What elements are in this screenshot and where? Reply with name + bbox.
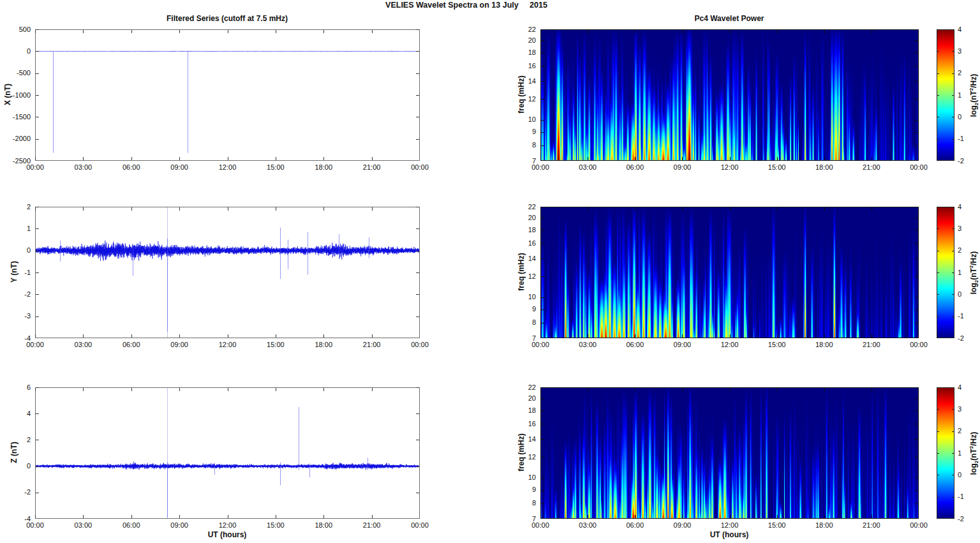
freq-tick-label: 20 bbox=[528, 36, 536, 45]
freq-tick-label: 18 bbox=[528, 226, 536, 234]
colorbar-canvas bbox=[937, 207, 954, 338]
x-tick-label: 06:00 bbox=[626, 163, 644, 172]
freq-tick-label: 12 bbox=[528, 95, 536, 103]
y-tick-label: -1500 bbox=[13, 113, 31, 121]
freq-tick-label: 7 bbox=[532, 334, 536, 343]
colorbar-tick-label: 2 bbox=[958, 246, 961, 255]
x-tick-label: 18:00 bbox=[815, 521, 833, 530]
y-tick-label: -3 bbox=[24, 312, 31, 320]
colorbar-tick-label: -1 bbox=[958, 493, 964, 501]
x-wavelet-spectrogram-canvas bbox=[540, 29, 919, 161]
freq-tick-label: 18 bbox=[528, 406, 536, 415]
ylabel-freq-top: freq (mHz) bbox=[517, 43, 526, 145]
x-tick-label: 21:00 bbox=[363, 341, 381, 349]
x-tick-label: 03:00 bbox=[75, 521, 93, 530]
y-tick-label: 4 bbox=[27, 410, 31, 418]
x-tick-label: 21:00 bbox=[863, 521, 880, 530]
x-tick-label: 06:00 bbox=[626, 521, 644, 530]
freq-tick-label: 10 bbox=[528, 115, 536, 124]
ylabel-freq-bottom: freq (mHz) bbox=[517, 401, 526, 503]
colorbar-canvas bbox=[937, 387, 954, 519]
figure-title: VELIES Wavelet Spectra on 13 July 2015 bbox=[307, 1, 626, 10]
colorbar-tick-label: 2 bbox=[958, 427, 961, 435]
y-tick-label: -500 bbox=[17, 69, 31, 77]
xlabel-left: UT (hours) bbox=[189, 530, 265, 539]
y-series-plot-canvas bbox=[35, 207, 420, 338]
x-tick-label: 09:00 bbox=[674, 163, 692, 172]
colorbar-tick-label: -2 bbox=[958, 334, 964, 343]
x-tick-label: 18:00 bbox=[315, 163, 332, 172]
colorbar-tick-label: 1 bbox=[958, 269, 961, 277]
freq-tick-label: 14 bbox=[528, 255, 536, 263]
y-tick-label: -4 bbox=[24, 515, 31, 523]
freq-tick-label: 14 bbox=[528, 435, 536, 443]
colorbar-tick-label: 3 bbox=[958, 47, 961, 56]
x-tick-label: 09:00 bbox=[674, 341, 692, 349]
y-tick-label: 2 bbox=[27, 203, 31, 211]
colorbar-label: log2(nT2/Hz) bbox=[969, 222, 979, 324]
y-tick-label: -2000 bbox=[13, 135, 31, 143]
z-wavelet-spectrogram-canvas bbox=[540, 387, 919, 519]
x-tick-label: 00:00 bbox=[411, 163, 429, 172]
x-tick-label: 00:00 bbox=[910, 521, 928, 530]
left-column-title: Filtered Series (cutoff at 7.5 mHz) bbox=[68, 14, 387, 23]
x-series-plot-canvas bbox=[35, 29, 420, 161]
x-tick-label: 12:00 bbox=[219, 521, 237, 530]
x-tick-label: 18:00 bbox=[815, 341, 833, 349]
x-tick-label: 21:00 bbox=[863, 341, 880, 349]
x-tick-label: 12:00 bbox=[721, 163, 739, 172]
x-tick-label: 03:00 bbox=[75, 341, 93, 349]
x-tick-label: 03:00 bbox=[579, 163, 597, 172]
freq-tick-label: 16 bbox=[528, 420, 536, 428]
freq-tick-label: 14 bbox=[528, 77, 536, 86]
x-tick-label: 03:00 bbox=[75, 163, 93, 172]
colorbar-tick-label: 4 bbox=[958, 383, 961, 392]
x-tick-label: 12:00 bbox=[219, 163, 237, 172]
y-tick-label: 500 bbox=[19, 26, 31, 34]
y-tick-label: 2 bbox=[27, 436, 31, 444]
colorbar-tick-label: 0 bbox=[958, 113, 961, 121]
ylabel-x-series: X (nT) bbox=[3, 43, 12, 145]
x-tick-label: 00:00 bbox=[411, 341, 429, 349]
x-tick-label: 18:00 bbox=[315, 521, 332, 530]
freq-tick-label: 20 bbox=[528, 394, 536, 403]
freq-tick-label: 18 bbox=[528, 48, 536, 57]
x-tick-label: 18:00 bbox=[815, 163, 833, 172]
x-tick-label: 15:00 bbox=[267, 521, 285, 530]
y-tick-label: 1 bbox=[27, 225, 31, 233]
x-tick-label: 00:00 bbox=[910, 341, 928, 349]
x-tick-label: 15:00 bbox=[768, 341, 786, 349]
x-tick-label: 12:00 bbox=[721, 341, 739, 349]
colorbar-tick-label: 1 bbox=[958, 91, 961, 100]
freq-tick-label: 22 bbox=[528, 26, 536, 34]
y-tick-label: 0 bbox=[27, 246, 31, 255]
x-tick-label: 12:00 bbox=[721, 521, 739, 530]
y-tick-label: -2 bbox=[24, 290, 31, 299]
freq-tick-label: 9 bbox=[532, 128, 536, 136]
freq-tick-label: 16 bbox=[528, 239, 536, 248]
colorbar-tick-label: 1 bbox=[958, 449, 961, 457]
freq-tick-label: 7 bbox=[532, 515, 536, 523]
colorbar-label: log2(nT2/Hz) bbox=[969, 403, 979, 505]
colorbar-tick-label: 4 bbox=[958, 26, 961, 34]
colorbar-label: log2(nT2/Hz) bbox=[969, 45, 979, 147]
y-tick-label: 0 bbox=[27, 462, 31, 470]
colorbar-tick-label: -1 bbox=[958, 312, 964, 320]
x-tick-label: 15:00 bbox=[768, 163, 786, 172]
freq-tick-label: 8 bbox=[532, 318, 536, 327]
freq-tick-label: 10 bbox=[528, 473, 536, 482]
x-tick-label: 12:00 bbox=[219, 341, 237, 349]
x-tick-label: 06:00 bbox=[122, 163, 140, 172]
y-tick-label: -2 bbox=[24, 488, 31, 496]
colorbar-tick-label: 2 bbox=[958, 69, 961, 77]
y-wavelet-spectrogram-canvas bbox=[540, 207, 919, 338]
x-tick-label: 21:00 bbox=[363, 163, 381, 172]
x-tick-label: 21:00 bbox=[863, 163, 880, 172]
freq-tick-label: 10 bbox=[528, 293, 536, 301]
y-tick-label: -1000 bbox=[13, 91, 31, 100]
freq-tick-label: 9 bbox=[532, 486, 536, 494]
y-tick-label: -4 bbox=[24, 334, 31, 343]
x-tick-label: 03:00 bbox=[579, 341, 597, 349]
freq-tick-label: 12 bbox=[528, 272, 536, 281]
x-tick-label: 06:00 bbox=[122, 341, 140, 349]
